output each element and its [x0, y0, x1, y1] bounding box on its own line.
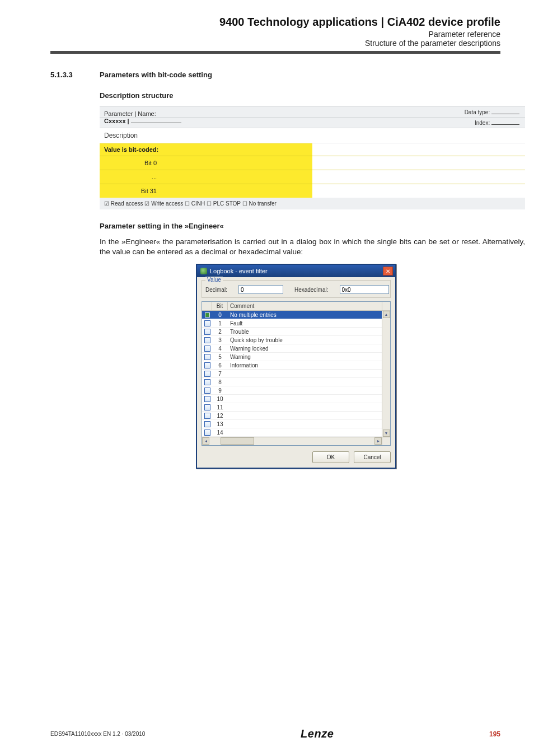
table-bit-dots: ...: [100, 170, 161, 184]
row-checkbox[interactable]: [204, 346, 210, 352]
decimal-input[interactable]: [238, 285, 283, 294]
row-bit: 8: [212, 379, 228, 385]
row-comment: Trouble: [228, 329, 382, 335]
section-title: Parameters with bit-code setting: [100, 71, 212, 79]
subheading-engineer: Parameter setting in the »Engineer«: [100, 222, 500, 230]
vertical-scrollbar[interactable]: ▴ ▾: [382, 311, 390, 437]
list-row[interactable]: 1Fault: [202, 319, 382, 328]
header-bit[interactable]: Bit: [212, 302, 228, 310]
body-paragraph: In the »Engineer« the parameterisation i…: [100, 237, 525, 257]
subheading-description-structure: Description structure: [100, 91, 500, 100]
table-description-row: Description: [100, 128, 525, 143]
dialog-titlebar[interactable]: Logbook - event filter ✕: [197, 265, 395, 277]
row-bit: 6: [212, 362, 228, 368]
close-icon[interactable]: ✕: [383, 267, 393, 276]
list-row[interactable]: 5Warning: [202, 353, 382, 361]
scroll-right-icon[interactable]: ▸: [374, 437, 382, 445]
table-datatype-label: Data type:: [339, 107, 525, 118]
table-value-bitcoded: Value is bit-coded:: [100, 143, 312, 156]
footer-page-number: 195: [489, 730, 500, 738]
row-checkbox[interactable]: [204, 354, 210, 360]
scroll-up-icon[interactable]: ▴: [383, 311, 390, 318]
row-bit: 7: [212, 371, 228, 377]
hex-input[interactable]: [340, 285, 389, 294]
list-row[interactable]: 13: [202, 420, 382, 428]
list-row[interactable]: 14: [202, 428, 382, 437]
hex-label: Hexadecimal:: [294, 287, 329, 293]
row-comment: Warning locked: [228, 346, 382, 352]
page-header: 9400 Technology applications | CiA402 de…: [50, 16, 500, 48]
row-bit: 0: [212, 312, 228, 318]
list-row[interactable]: 12: [202, 412, 382, 420]
parameter-structure-table: Parameter | Name: Data type: Cxxxxx | In…: [100, 106, 525, 209]
header-subtitle-1: Parameter reference: [50, 30, 500, 39]
row-checkbox[interactable]: [204, 320, 210, 326]
row-comment: Quick stop by trouble: [228, 337, 382, 343]
row-checkbox[interactable]: [204, 430, 210, 436]
row-comment: Fault: [228, 320, 382, 326]
dialog-value-group: Value Decimal: Hexadecimal:: [202, 280, 391, 298]
table-bit31: Bit 31: [100, 184, 161, 198]
page-footer: EDS94TA11010xxxx EN 1.2 · 03/2010 Lenze …: [50, 727, 500, 740]
footer-docid: EDS94TA11010xxxx EN 1.2 · 03/2010: [50, 731, 145, 737]
list-header: Bit Comment: [202, 302, 390, 311]
table-index-label: Index:: [339, 118, 525, 128]
row-checkbox[interactable]: [204, 362, 210, 368]
row-bit: 11: [212, 404, 228, 410]
header-subtitle-2: Structure of the parameter descriptions: [50, 39, 500, 48]
header-title: 9400 Technology applications | CiA402 de…: [50, 16, 500, 29]
row-checkbox[interactable]: [204, 404, 210, 410]
section-heading: 5.1.3.3 Parameters with bit-code setting: [50, 71, 500, 79]
row-checkbox[interactable]: [204, 379, 210, 385]
dialog-bit-list: Bit Comment 0No multiple entries1Fault2T…: [202, 301, 391, 446]
list-row[interactable]: 10: [202, 395, 382, 403]
row-comment: Information: [228, 362, 382, 368]
table-param-name-label: Parameter | Name:: [100, 107, 312, 118]
list-row[interactable]: 6Information: [202, 361, 382, 370]
row-bit: 5: [212, 354, 228, 360]
list-row[interactable]: 7: [202, 370, 382, 378]
ok-button[interactable]: OK: [312, 451, 349, 463]
list-row[interactable]: 8: [202, 378, 382, 386]
list-row[interactable]: 3Quick stop by trouble: [202, 336, 382, 344]
row-bit: 14: [212, 430, 228, 436]
dialog-title: Logbook - event filter: [210, 268, 268, 274]
table-cxxxxx: Cxxxxx |: [100, 118, 312, 128]
list-row[interactable]: 11: [202, 403, 382, 412]
section-number: 5.1.3.3: [50, 71, 84, 79]
scroll-down-icon[interactable]: ▾: [383, 430, 390, 437]
row-bit: 12: [212, 413, 228, 419]
row-bit: 13: [212, 421, 228, 427]
row-checkbox[interactable]: [204, 371, 210, 377]
footer-brand: Lenze: [301, 727, 334, 740]
scroll-left-icon[interactable]: ◂: [202, 437, 209, 445]
list-row[interactable]: 4Warning locked: [202, 344, 382, 353]
list-row[interactable]: 2Trouble: [202, 328, 382, 336]
dialog-app-icon: [200, 268, 207, 274]
row-checkbox[interactable]: [204, 413, 210, 419]
row-checkbox[interactable]: [204, 329, 210, 335]
row-bit: 3: [212, 337, 228, 343]
horizontal-scrollbar[interactable]: ◂ ▸: [202, 437, 390, 445]
row-bit: 4: [212, 346, 228, 352]
row-checkbox[interactable]: [204, 337, 210, 343]
table-bit0: Bit 0: [100, 156, 161, 170]
dialog-logbook-event-filter: Logbook - event filter ✕ Value Decimal: …: [196, 264, 396, 469]
header-comment[interactable]: Comment: [228, 302, 382, 310]
row-checkbox[interactable]: [204, 312, 210, 318]
decimal-label: Decimal:: [205, 287, 227, 293]
row-comment: No multiple entries: [228, 312, 382, 318]
list-row[interactable]: 9: [202, 386, 382, 395]
row-bit: 2: [212, 329, 228, 335]
table-access-footer: ☑ Read access ☑ Write access ☐ CINH ☐ PL…: [100, 198, 525, 209]
list-row[interactable]: 0No multiple entries: [202, 311, 382, 319]
row-bit: 10: [212, 396, 228, 402]
row-checkbox[interactable]: [204, 396, 210, 402]
cancel-button[interactable]: Cancel: [354, 451, 391, 463]
hscroll-thumb[interactable]: [221, 437, 254, 445]
row-comment: Warning: [228, 354, 382, 360]
dialog-group-legend: Value: [205, 277, 223, 283]
row-checkbox[interactable]: [204, 388, 210, 394]
row-checkbox[interactable]: [204, 421, 210, 427]
header-rule: [50, 51, 500, 54]
